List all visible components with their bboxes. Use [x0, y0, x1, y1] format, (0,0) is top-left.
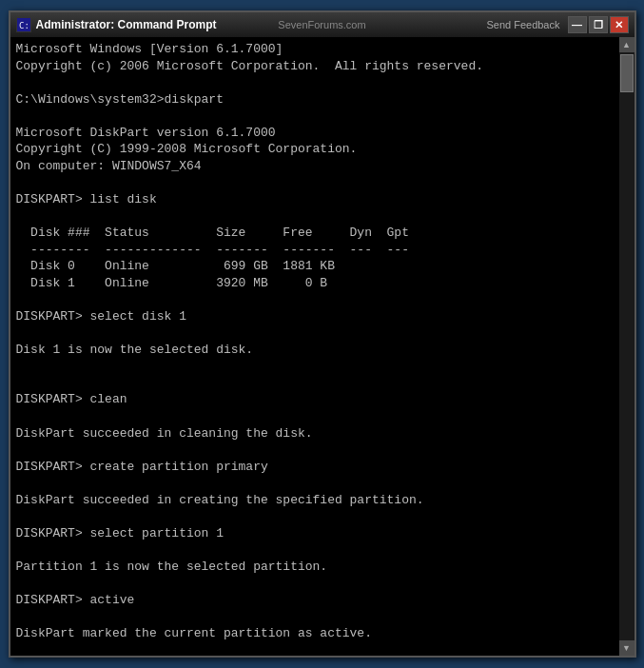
table-disk1: Disk 1 Online 3920 MB 0 B — [16, 276, 328, 290]
line-7: DISKPART> list disk — [16, 192, 157, 206]
window-title: Administrator: Command Prompt — [36, 18, 217, 31]
line-3: C:\Windows\system32>diskpart — [16, 92, 224, 107]
line-active-cmd: DISKPART> active — [16, 593, 135, 607]
line-create-result: DiskPart succeeded in creating the speci… — [16, 493, 424, 507]
watermark: SevenForums.com — [278, 19, 365, 30]
scroll-up-arrow[interactable]: ▲ — [619, 37, 634, 52]
line-2: Copyright (c) 2006 Microsoft Corporation… — [16, 59, 483, 73]
line-clean-result: DiskPart succeeded in cleaning the disk. — [16, 426, 313, 441]
table-header: Disk ### Status Size Free Dyn Gpt — [16, 226, 409, 240]
restore-button[interactable]: ❐ — [589, 16, 608, 33]
title-bar-right: Send Feedback — ❐ ✕ — [486, 16, 628, 33]
window-controls: — ❐ ✕ — [568, 16, 629, 33]
table-sep: -------- ------------- ------- ------- -… — [16, 243, 409, 257]
svg-text:C:: C: — [19, 21, 29, 30]
line-4: Microsoft DiskPart version 6.1.7000 — [16, 126, 276, 140]
line-5: Copyright (C) 1999-2008 Microsoft Corpor… — [16, 142, 358, 156]
line-disk-selected: Disk 1 is now the selected disk. — [16, 343, 254, 357]
cmd-body: Microsoft Windows [Version 6.1.7000] Cop… — [10, 37, 634, 656]
cmd-window: C: Administrator: Command Prompt SevenFo… — [9, 10, 636, 658]
line-clean-cmd: DISKPART> clean — [16, 392, 127, 406]
line-create-cmd: DISKPART> create partition primary — [16, 460, 268, 474]
table-disk0: Disk 0 Online 699 GB 1881 KB — [16, 259, 335, 273]
title-bar: C: Administrator: Command Prompt SevenFo… — [10, 12, 634, 37]
line-select-part: DISKPART> select partition 1 — [16, 526, 224, 540]
line-active-result: DiskPart marked the current partition as… — [16, 626, 372, 640]
minimize-button[interactable]: — — [568, 16, 587, 33]
scroll-down-arrow[interactable]: ▼ — [619, 640, 634, 656]
cmd-icon: C: — [16, 17, 31, 32]
send-feedback-link[interactable]: Send Feedback — [486, 19, 559, 30]
scrollbar-track[interactable] — [619, 52, 634, 640]
scrollbar[interactable]: ▲ ▼ — [619, 37, 634, 656]
title-bar-left: C: Administrator: Command Prompt — [16, 17, 217, 32]
line-select-disk: DISKPART> select disk 1 — [16, 309, 186, 324]
line-part-selected: Partition 1 is now the selected partitio… — [16, 560, 328, 574]
close-button[interactable]: ✕ — [610, 16, 629, 33]
line-6: On computer: WINDOWS7_X64 — [16, 159, 202, 173]
cmd-output[interactable]: Microsoft Windows [Version 6.1.7000] Cop… — [10, 37, 619, 656]
line-1: Microsoft Windows [Version 6.1.7000] — [16, 42, 283, 56]
scrollbar-thumb[interactable] — [620, 54, 634, 92]
